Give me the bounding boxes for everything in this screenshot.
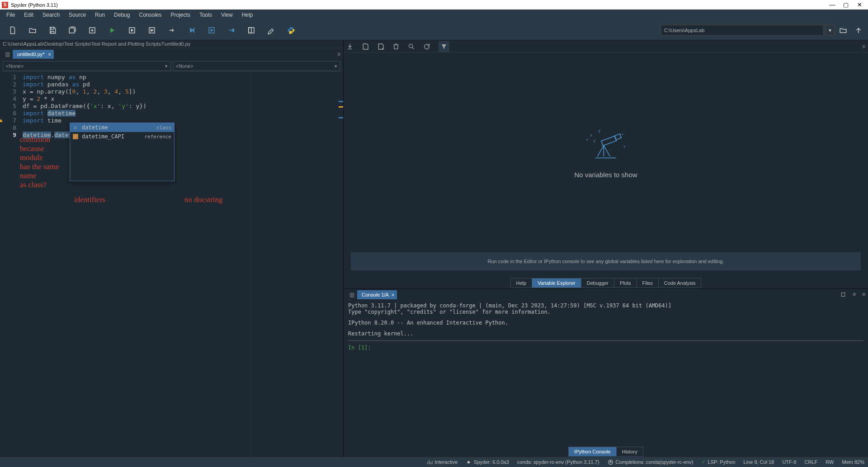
autocomplete-item-datetime[interactable]: cdatetimeclass <box>70 123 174 132</box>
open-file-button[interactable] <box>23 22 42 38</box>
editor-options-button[interactable]: ≡ <box>337 51 340 57</box>
browse-cwd-button[interactable] <box>836 22 850 38</box>
run-cell-button[interactable] <box>122 22 142 38</box>
status-linecol[interactable]: Line 9, Col 18 <box>744 459 774 465</box>
outline-method-combo[interactable]: <None> <box>173 61 341 71</box>
varexp-body: x y z No variables to show <box>344 53 868 252</box>
refresh-icon[interactable] <box>423 43 430 50</box>
pane-tab-debugger[interactable]: Debugger <box>581 278 614 288</box>
status-lsp[interactable]: ✓LSP: Python <box>701 459 735 465</box>
maximize-button[interactable]: ▢ <box>839 1 853 8</box>
browse-console-tabs-icon[interactable]: ▥ <box>346 292 357 298</box>
menu-search[interactable]: Search <box>38 10 64 19</box>
autocomplete-popup[interactable]: cdatetimeclassrdatetime_CAPIreference <box>70 123 175 181</box>
close-tab-icon[interactable]: × <box>48 52 51 57</box>
status-interactive[interactable]: Interactive <box>427 459 458 465</box>
breadcrumb: C:\Users\AppsLab\Desktop\Test Scripts\Te… <box>0 40 343 48</box>
status-conda-env[interactable]: conda: spyder-rc-env (Python 3.11.7) <box>517 459 599 465</box>
new-file-button[interactable] <box>3 22 23 38</box>
console-pane-tab-ipython-console[interactable]: IPython Console <box>568 447 617 457</box>
debug-button[interactable] <box>182 22 202 38</box>
menu-consoles[interactable]: Consoles <box>134 10 166 19</box>
run-button[interactable] <box>102 22 122 38</box>
preferences-button[interactable] <box>261 22 281 38</box>
svg-point-15 <box>622 134 623 135</box>
svg-text:x: x <box>590 133 592 137</box>
menu-debug[interactable]: Debug <box>109 10 134 19</box>
new-cell-button[interactable] <box>82 22 102 38</box>
ipython-prompt: In [1]: <box>348 344 371 351</box>
pane-tab-files[interactable]: Files <box>637 278 659 288</box>
varexp-options-button[interactable]: ≡ <box>862 43 865 50</box>
remove-all-icon[interactable] <box>392 43 400 50</box>
menu-file[interactable]: File <box>2 10 19 19</box>
status-mem[interactable]: Mem 82% <box>842 459 864 465</box>
debug-selection-button[interactable] <box>222 22 241 38</box>
editor-pane: C:\Users\AppsLab\Desktop\Test Scripts\Te… <box>0 40 344 457</box>
menu-source[interactable]: Source <box>64 10 90 19</box>
pane-tab-plots[interactable]: Plots <box>614 278 637 288</box>
save-all-button[interactable] <box>62 22 82 38</box>
status-spyder-version[interactable]: Spyder: 6.0.0a3 <box>466 459 509 465</box>
close-console-tab-icon[interactable]: × <box>392 292 394 297</box>
filter-icon[interactable] <box>439 41 449 52</box>
close-button[interactable]: ✕ <box>853 1 866 8</box>
menu-help[interactable]: Help <box>237 10 258 19</box>
menu-run[interactable]: Run <box>90 10 109 19</box>
cwd-input[interactable]: C:\Users\AppsLab <box>661 25 824 36</box>
status-rw[interactable]: RW <box>826 459 834 465</box>
outline-class-combo[interactable]: <None> <box>3 61 171 71</box>
svg-point-14 <box>586 139 588 141</box>
console-tabbar: ▥ Console 1/A × ≡ ≡ <box>344 289 868 301</box>
telescope-icon: x y z <box>581 127 631 163</box>
menu-tools[interactable]: Tools <box>195 10 217 19</box>
editor-body[interactable]: 123456789 import numpy as npimport panda… <box>0 72 343 457</box>
save-data-icon[interactable] <box>362 43 369 50</box>
editor-tab-untitled0[interactable]: untitled0.py* × <box>13 50 54 59</box>
spyder-app-icon: S <box>2 2 8 8</box>
interrupt-kernel-icon[interactable]: ≡ <box>853 291 856 299</box>
menu-view[interactable]: View <box>217 10 237 19</box>
pane-tab-help[interactable]: Help <box>510 278 533 288</box>
import-data-icon[interactable] <box>346 43 354 50</box>
console-tab-1a[interactable]: Console 1/A × <box>357 290 397 299</box>
run-cell-advance-button[interactable] <box>142 22 162 38</box>
svg-point-8 <box>409 44 413 47</box>
autocomplete-item-datetime_CAPI[interactable]: rdatetime_CAPIreference <box>70 132 174 141</box>
remove-variables-icon[interactable] <box>840 291 846 299</box>
svg-rect-5 <box>233 29 234 32</box>
menu-projects[interactable]: Projects <box>166 10 195 19</box>
console-body[interactable]: Python 3.11.7 | packaged by conda-forge … <box>344 301 868 446</box>
status-encoding[interactable]: UTF-8 <box>782 459 796 465</box>
pane-tab-code-analysis[interactable]: Code Analysis <box>659 278 702 288</box>
search-icon[interactable] <box>408 43 415 50</box>
varexp-hint: Run code in the Editor or IPython consol… <box>351 252 861 270</box>
console-pane-tab-history[interactable]: History <box>617 447 643 457</box>
line-number-gutter: 123456789 <box>0 72 20 457</box>
run-selection-button[interactable] <box>162 22 182 38</box>
window-title: Spyder (Python 3.11) <box>11 2 58 8</box>
svg-point-17 <box>467 461 470 463</box>
browse-tabs-icon[interactable]: ▥ <box>2 51 13 57</box>
svg-rect-9 <box>601 136 617 146</box>
debug-cell-button[interactable] <box>202 22 222 38</box>
status-eol[interactable]: CRLF <box>805 459 818 465</box>
maximize-pane-button[interactable] <box>241 22 261 38</box>
status-completions[interactable]: Completions: conda(spyder-rc-env) <box>608 459 693 465</box>
cwd-dropdown-button[interactable]: ▾ <box>826 25 835 36</box>
menu-edit[interactable]: Edit <box>19 10 38 19</box>
minimize-button[interactable]: — <box>826 1 839 8</box>
variable-explorer-pane: ≡ x y z No variables to <box>344 40 868 289</box>
save-data-as-icon[interactable] <box>377 43 384 50</box>
editor-tabbar: ▥ untitled0.py* × ≡ <box>0 48 343 60</box>
svg-point-16 <box>624 146 625 147</box>
annotation-no-docstring: no docstring <box>184 195 223 204</box>
save-file-button[interactable] <box>42 22 62 38</box>
annotation-identifiers: identifiers <box>74 195 105 204</box>
code-area[interactable]: import numpy as npimport pandas as pdx =… <box>20 72 343 457</box>
parent-dir-button[interactable] <box>852 22 865 38</box>
console-options-icon[interactable]: ≡ <box>862 291 865 299</box>
outline-bar: <None> <None> <box>0 60 343 72</box>
python-path-button[interactable] <box>281 22 301 38</box>
pane-tab-variable-explorer[interactable]: Variable Explorer <box>532 278 581 288</box>
